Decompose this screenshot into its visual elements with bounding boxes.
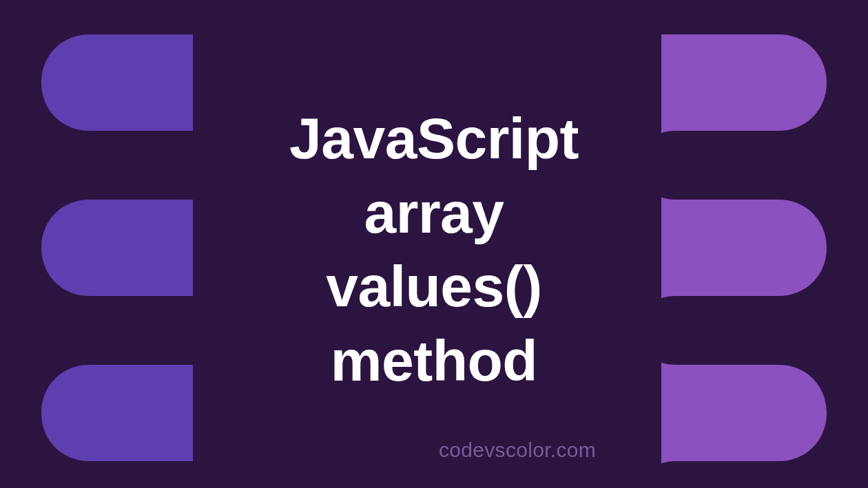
title-container: JavaScriptarrayvalues()method bbox=[0, 102, 868, 398]
banner-title: JavaScriptarrayvalues()method bbox=[0, 102, 868, 398]
banner-canvas: JavaScriptarrayvalues()method codevscolo… bbox=[0, 0, 868, 488]
watermark-text: codevscolor.com bbox=[439, 438, 596, 462]
